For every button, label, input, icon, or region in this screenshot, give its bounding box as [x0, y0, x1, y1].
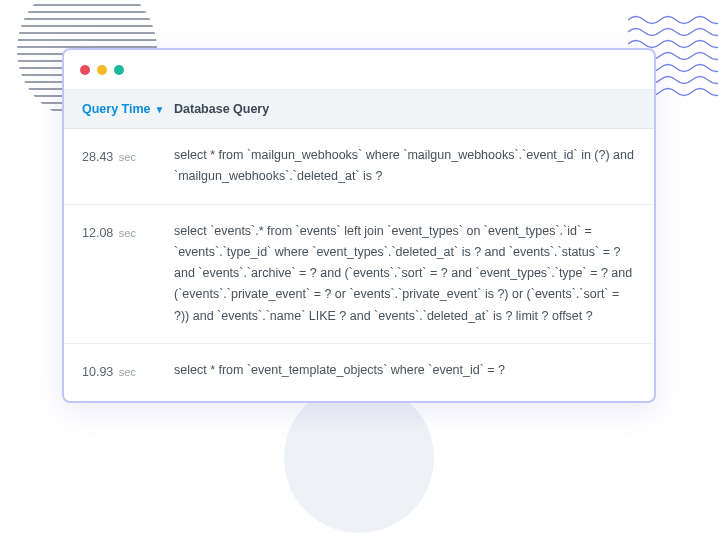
sort-desc-icon: ▼ [155, 104, 165, 115]
window-maximize-dot[interactable] [114, 65, 124, 75]
table-header-row: Query Time ▼ Database Query [64, 90, 654, 129]
cell-query-time: 12.08 sec [64, 205, 174, 343]
table-body: 28.43 secselect * from `mailgun_webhooks… [64, 129, 654, 401]
table-row[interactable]: 12.08 secselect `events`.* from `events`… [64, 205, 654, 344]
table-row[interactable]: 10.93 secselect * from `event_template_o… [64, 344, 654, 401]
cell-query-time: 10.93 sec [64, 344, 174, 401]
header-database-query-label: Database Query [174, 102, 269, 116]
query-time-value: 28.43 [82, 150, 113, 164]
header-query-time-label: Query Time [82, 102, 151, 116]
decorative-circle [284, 383, 434, 533]
window-close-dot[interactable] [80, 65, 90, 75]
header-query-time[interactable]: Query Time ▼ [64, 90, 174, 128]
table-row[interactable]: 28.43 secselect * from `mailgun_webhooks… [64, 129, 654, 205]
cell-query-time: 28.43 sec [64, 129, 174, 204]
cell-database-query: select * from `event_template_objects` w… [174, 344, 654, 401]
cell-database-query: select * from `mailgun_webhooks` where `… [174, 129, 654, 204]
query-time-value: 10.93 [82, 365, 113, 379]
query-time-unit: sec [119, 366, 136, 378]
query-time-value: 12.08 [82, 226, 113, 240]
query-time-unit: sec [119, 227, 136, 239]
header-database-query[interactable]: Database Query [174, 90, 654, 128]
query-time-unit: sec [119, 151, 136, 163]
window-titlebar [64, 50, 654, 90]
cell-database-query: select `events`.* from `events` left joi… [174, 205, 654, 343]
query-window: Query Time ▼ Database Query 28.43 secsel… [62, 48, 656, 403]
window-minimize-dot[interactable] [97, 65, 107, 75]
